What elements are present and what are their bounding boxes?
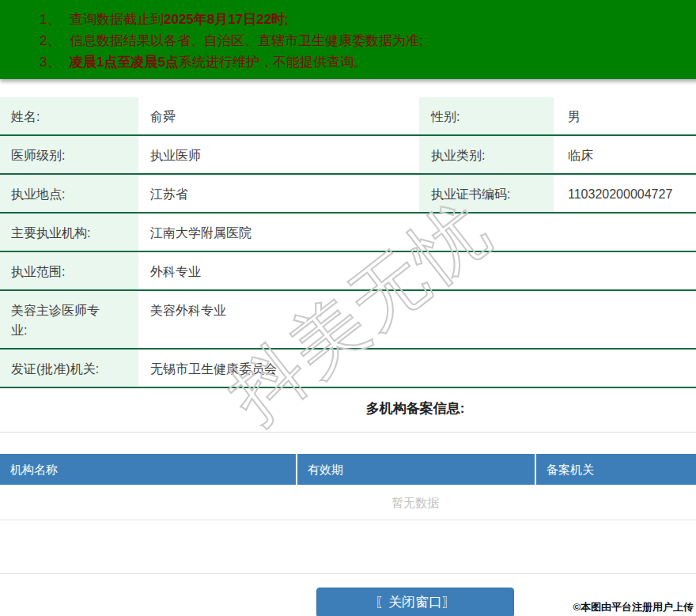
- section-title-multi-institution: 多机构备案信息:: [0, 388, 696, 432]
- field-value-gender: 男: [554, 97, 696, 134]
- field-label-cosmetic-specialty: 美容主诊医师专业:: [0, 291, 138, 348]
- table-row-name-gender: 姓名: 俞舜 性别: 男: [0, 97, 696, 136]
- field-value-main-institution: 江南大学附属医院: [138, 214, 696, 251]
- table-row-main-institution: 主要执业机构: 江南大学附属医院: [0, 214, 696, 252]
- field-label-doctor-level: 医师级别:: [0, 136, 138, 173]
- table-row-location-certificate: 执业地点: 江苏省 执业证书编码: 110320200004727: [0, 175, 696, 214]
- attribution-overlay: ©本图由平台注册用户上传: [573, 600, 694, 614]
- field-label-practice-scope: 执业范围:: [0, 252, 138, 289]
- notice-text: 查询数据截止到2025年8月17日22时;: [70, 9, 289, 29]
- notice-text: 信息数据结果以各省、自治区、直辖市卫生健康委数据为准;: [70, 31, 423, 51]
- notice-number: 2、: [40, 31, 70, 51]
- table-row-issuing-authority: 发证(批准)机关: 无锡市卫生健康委员会: [0, 350, 696, 388]
- table-row-practice-scope: 执业范围: 外科专业: [0, 252, 696, 291]
- notice-line-3: 3、 凌晨1点至凌晨5点系统进行维护，不能提供查询。: [40, 52, 696, 72]
- records-empty-state: 暂无数据: [0, 485, 696, 520]
- page: 1、 查询数据截止到2025年8月17日22时; 2、 信息数据结果以各省、自治…: [0, 0, 696, 616]
- column-header-validity-period: 有效期: [297, 454, 536, 485]
- field-value-cosmetic-specialty: 美容外科专业: [138, 291, 696, 348]
- field-value-practice-category: 临床: [554, 136, 696, 173]
- field-value-doctor-level: 执业医师: [138, 136, 419, 173]
- field-label-practice-category: 执业类别:: [419, 136, 554, 173]
- notice-text: 凌晨1点至凌晨5点系统进行维护，不能提供查询。: [70, 52, 367, 72]
- field-label-issuing-authority: 发证(批准)机关:: [0, 350, 138, 387]
- field-value-name: 俞舜: [138, 97, 419, 134]
- spacer: [0, 520, 696, 573]
- field-label-practice-location: 执业地点:: [0, 175, 138, 212]
- notice-number: 1、: [40, 9, 70, 29]
- column-header-filing-authority: 备案机关: [536, 454, 696, 485]
- field-label-main-institution: 主要执业机构:: [0, 214, 138, 251]
- table-row-cosmetic-specialty: 美容主诊医师专业: 美容外科专业: [0, 291, 696, 350]
- field-label-gender: 性别:: [419, 97, 554, 134]
- field-value-practice-location: 江苏省: [138, 175, 419, 212]
- field-value-certificate-number: 110320200004727: [554, 175, 696, 212]
- notice-line-1: 1、 查询数据截止到2025年8月17日22时;: [40, 9, 696, 29]
- section-divider: [0, 432, 696, 433]
- notice-number: 3、: [40, 52, 70, 72]
- table-row-level-category: 医师级别: 执业医师 执业类别: 临床: [0, 136, 696, 175]
- records-table-header: 机构名称 有效期 备案机关: [0, 454, 696, 485]
- physician-profile-table: 姓名: 俞舜 性别: 男 医师级别: 执业医师 执业类别: 临床 执业地点: 江…: [0, 97, 696, 388]
- close-window-button[interactable]: 〖关闭窗口〗: [316, 588, 514, 616]
- field-label-name: 姓名:: [0, 97, 138, 134]
- field-label-certificate-number: 执业证书编码:: [419, 175, 554, 212]
- field-value-issuing-authority: 无锡市卫生健康委员会: [138, 350, 696, 387]
- notice-line-2: 2、 信息数据结果以各省、自治区、直辖市卫生健康委数据为准;: [40, 31, 696, 51]
- column-header-institution-name: 机构名称: [0, 454, 297, 485]
- field-value-practice-scope: 外科专业: [138, 252, 696, 289]
- notice-banner: 1、 查询数据截止到2025年8月17日22时; 2、 信息数据结果以各省、自治…: [0, 0, 696, 79]
